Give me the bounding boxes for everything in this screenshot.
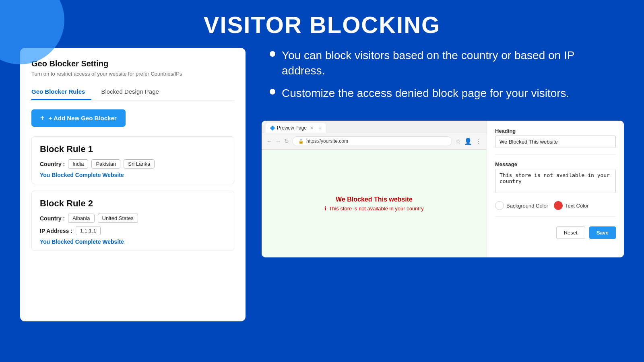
block-rule-1-card: Block Rule 1 Country : India Pakistan Sr… xyxy=(31,136,234,184)
browser-mockup-container: 🔷 Preview Page ✕ + ← → ↻ 🔒 https://yours… xyxy=(262,121,624,257)
reset-button[interactable]: Reset xyxy=(556,226,585,239)
url-text: https://yoursite.com xyxy=(306,138,348,144)
bullet-text-2: Customize the access denied block page f… xyxy=(282,86,569,101)
blocked-link-2[interactable]: You Blocked Complete Website xyxy=(40,239,226,245)
star-icon[interactable]: ☆ xyxy=(455,138,461,145)
info-icon: ℹ xyxy=(324,206,326,212)
add-new-geo-blocker-button[interactable]: + + Add New Geo Blocker xyxy=(31,109,126,127)
country-tag-albania: Albania xyxy=(68,214,94,223)
text-color-swatch[interactable] xyxy=(554,201,563,210)
preview-tab-label: Preview Page xyxy=(277,125,307,131)
bullet-dot-2 xyxy=(270,89,275,95)
message-field-label: Message xyxy=(495,161,616,167)
browser-tab[interactable]: 🔷 Preview Page ✕ + xyxy=(266,123,326,133)
block-rule-2-ip-row: IP Address : 1.1.1.1 xyxy=(40,226,226,235)
block-rule-2-title: Block Rule 2 xyxy=(40,198,226,209)
bullet-item-1: You can block visitors based on the coun… xyxy=(270,48,616,78)
background-color-label: Background Color xyxy=(506,203,548,209)
browser-action-icons: ☆ 👤 ⋮ xyxy=(455,138,482,145)
lock-icon: 🔒 xyxy=(298,139,304,144)
left-panel: Geo Blocker Setting Turn on to restrict … xyxy=(20,48,246,321)
back-icon[interactable]: ← xyxy=(266,138,272,144)
blocked-message-text: This store is not available in your coun… xyxy=(329,206,424,212)
country-label-2: Country : xyxy=(40,215,65,222)
forward-icon[interactable]: → xyxy=(275,138,281,144)
menu-icon[interactable]: ⋮ xyxy=(475,138,482,145)
main-content: Geo Blocker Setting Turn on to restrict … xyxy=(0,48,644,362)
color-row: Background Color Text Color xyxy=(495,201,616,210)
block-rule-2-countries-row: Country : Albania United States xyxy=(40,214,226,223)
plus-icon: + xyxy=(40,114,45,122)
country-tag-pakistan: Pakistan xyxy=(91,159,120,169)
bullet-dot-1 xyxy=(270,51,275,57)
tab-close-icon[interactable]: ✕ xyxy=(310,125,314,131)
bullet-item-2: Customize the access denied block page f… xyxy=(270,86,616,101)
message-field-group: Message xyxy=(495,161,616,195)
save-button[interactable]: Save xyxy=(589,226,616,239)
right-section: You can block visitors based on the coun… xyxy=(262,48,624,362)
country-tag-india: India xyxy=(68,159,88,169)
ip-label-2: IP Address : xyxy=(40,228,72,234)
background-color-option[interactable]: Background Color xyxy=(495,201,548,210)
reload-icon[interactable]: ↻ xyxy=(284,138,289,144)
tabs-row: Geo Blocker Rules Blocked Design Page xyxy=(31,85,234,101)
text-color-label: Text Color xyxy=(565,203,589,209)
buttons-row: Reset Save xyxy=(495,226,616,239)
url-bar[interactable]: 🔒 https://yoursite.com xyxy=(292,136,452,146)
country-label-1: Country : xyxy=(40,161,65,167)
browser-window: 🔷 Preview Page ✕ + ← → ↻ 🔒 https://yours… xyxy=(262,121,487,257)
country-tag-srilanka: Sri Lanka xyxy=(124,159,155,169)
country-tag-united-states: United States xyxy=(98,214,138,223)
block-rule-1-title: Block Rule 1 xyxy=(40,144,226,154)
bullet-text-1: You can block visitors based on the coun… xyxy=(282,48,616,78)
blocked-message-preview: ℹ This store is not available in your co… xyxy=(324,206,424,212)
heading-field-group: Heading xyxy=(495,128,616,148)
page-title: VISITOR BLOCKING xyxy=(0,0,644,48)
tab-favicon: 🔷 xyxy=(270,125,275,131)
bullet-points: You can block visitors based on the coun… xyxy=(262,48,624,108)
divider-1 xyxy=(495,154,616,155)
address-bar-row: ← → ↻ 🔒 https://yoursite.com ☆ 👤 ⋮ xyxy=(262,133,487,150)
tab-blocked-design-page[interactable]: Blocked Design Page xyxy=(101,85,165,100)
profile-icon[interactable]: 👤 xyxy=(464,138,472,145)
block-rule-2-card: Block Rule 2 Country : Albania United St… xyxy=(31,191,234,251)
background-color-swatch[interactable] xyxy=(495,201,504,210)
heading-field-label: Heading xyxy=(495,128,616,134)
message-textarea[interactable] xyxy=(495,169,616,193)
text-color-option[interactable]: Text Color xyxy=(554,201,589,210)
browser-page-content: We Blocked This website ℹ This store is … xyxy=(262,150,487,257)
blocked-link-1[interactable]: You Blocked Complete Website xyxy=(40,172,226,178)
panel-heading: Geo Blocker Setting xyxy=(31,59,234,68)
panel-subtext: Turn on to restrict access of your websi… xyxy=(31,71,234,77)
blocked-heading-preview: We Blocked This website xyxy=(336,196,413,203)
settings-panel: Heading Message Background Color Text xyxy=(487,121,624,257)
block-rule-1-countries-row: Country : India Pakistan Sri Lanka xyxy=(40,159,226,169)
tab-geo-blocker-rules[interactable]: Geo Blocker Rules xyxy=(31,85,91,100)
divider-2 xyxy=(495,216,616,217)
ip-tag: 1.1.1.1 xyxy=(76,226,101,235)
heading-input[interactable] xyxy=(495,136,616,148)
tab-new-icon[interactable]: + xyxy=(318,125,322,131)
